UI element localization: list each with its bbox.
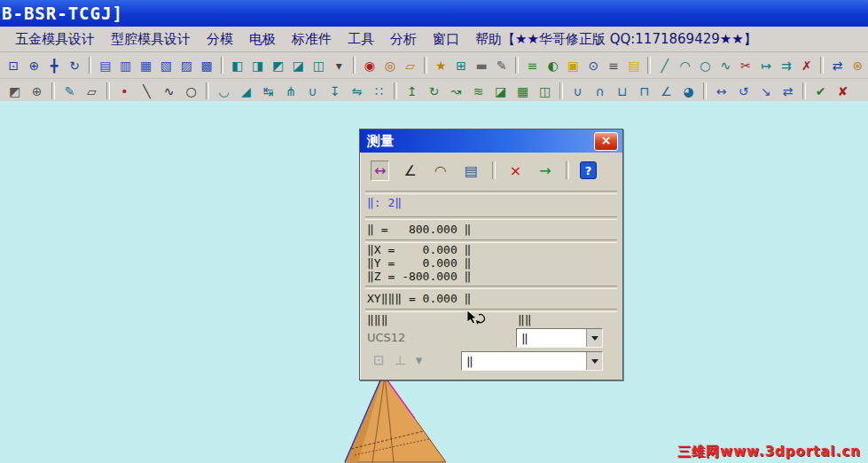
result-combo[interactable]: ‖ <box>461 351 603 371</box>
display-mode-arrow-icon[interactable]: ▾ <box>329 55 349 76</box>
measure-icon[interactable]: ✎ <box>492 55 512 76</box>
snap-star-icon[interactable]: ★ <box>431 55 451 76</box>
hidden-line-display-icon[interactable]: ◩ <box>268 55 288 76</box>
extrude-icon[interactable]: ↥ <box>401 81 423 102</box>
csys-display-icon[interactable]: ⊥ <box>394 351 407 369</box>
measure-angle-icon[interactable]: ∠ <box>400 161 419 181</box>
window-cascade-icon[interactable]: ▤ <box>95 55 115 76</box>
export-result-icon[interactable]: → <box>536 161 554 181</box>
point-tool-icon[interactable]: • <box>113 81 136 102</box>
dialog-titlebar[interactable]: 测量 × <box>360 129 622 153</box>
view-layout-icon[interactable]: ▩ <box>197 55 217 76</box>
measure-list-icon[interactable]: ▤ <box>461 161 481 181</box>
menu-cavity-mold[interactable]: 型腔模具设计 <box>103 28 199 51</box>
window-tile-icon[interactable]: ▥ <box>115 55 136 76</box>
scissors-trim-icon[interactable]: ✂ <box>736 55 756 76</box>
divide-curve-icon[interactable]: ⋔ <box>279 81 301 102</box>
arc-icon[interactable]: ◠ <box>675 55 695 76</box>
chamfer-icon[interactable]: ◢ <box>235 81 257 102</box>
object-info-icon[interactable]: ⊙ <box>583 55 604 76</box>
help-icon[interactable]: ? <box>580 161 598 179</box>
point-on-curve-icon[interactable]: ◎ <box>379 55 400 76</box>
thicken-icon[interactable]: ⊓ <box>633 81 655 102</box>
unite-icon[interactable]: ∪ <box>567 81 589 102</box>
circle-tool-icon[interactable]: ○ <box>180 81 202 102</box>
zoom-fit-icon[interactable]: ⊡ <box>4 55 24 76</box>
pattern-curve-icon[interactable]: ∷ <box>368 81 390 102</box>
circle-icon[interactable]: ○ <box>695 55 716 76</box>
fillet-icon[interactable]: ◡ <box>213 81 235 102</box>
more-options-arrow-icon[interactable]: ▾ <box>415 351 424 369</box>
zoom-icon[interactable]: ⊕ <box>24 55 44 76</box>
studio-display-icon[interactable]: ◪ <box>288 55 309 76</box>
extend-icon[interactable]: ↦ <box>756 55 777 76</box>
point-icon[interactable]: ◉ <box>359 55 379 76</box>
menu-parting[interactable]: 分模 <box>199 28 241 51</box>
revolve-icon[interactable]: ↻ <box>423 81 445 102</box>
ucs-combo-arrow-icon[interactable] <box>586 329 602 347</box>
show-hide-icon[interactable]: ◐ <box>543 55 563 76</box>
loft-icon[interactable]: ≋ <box>467 81 489 102</box>
palette-icon[interactable]: ▤ <box>624 55 645 76</box>
ucs-combo[interactable]: ‖ <box>516 328 603 348</box>
3d-model[interactable] <box>337 373 457 463</box>
verify-icon[interactable]: ✔ <box>809 81 832 102</box>
menu-window[interactable]: 窗口 <box>425 28 467 51</box>
move-icon[interactable]: ↔ <box>710 81 732 102</box>
edge-blend-icon[interactable]: ◕ <box>677 81 700 102</box>
layer-list-icon[interactable]: ≡ <box>522 55 543 76</box>
subtract-icon[interactable]: ∩ <box>589 81 611 102</box>
sweep-icon[interactable]: ↝ <box>445 81 467 102</box>
close-button[interactable]: × <box>594 132 618 151</box>
rotate-object-icon[interactable]: ↺ <box>732 81 755 102</box>
datum-plane-icon[interactable]: ▱ <box>400 55 420 76</box>
object-color-icon[interactable]: ▣ <box>563 55 583 76</box>
draft-icon[interactable]: ∠ <box>655 81 677 102</box>
transform-icon[interactable]: ⇄ <box>777 81 799 102</box>
move-object-icon[interactable]: ⇄ <box>827 55 848 76</box>
mesh-surface-icon[interactable]: ▦ <box>512 81 534 102</box>
show-point-icon[interactable]: ⊡ <box>372 351 386 369</box>
layer-settings-icon[interactable]: ▨ <box>176 55 197 76</box>
join-curve-icon[interactable]: ∪ <box>301 81 324 102</box>
shaded-display-icon[interactable]: ◧ <box>227 55 247 76</box>
surface-icon[interactable]: ◪ <box>489 81 512 102</box>
facet-display-icon[interactable]: ◫ <box>309 55 329 76</box>
new-window-icon[interactable]: ▦ <box>136 55 156 76</box>
curve-tool-icon[interactable]: ∿ <box>158 81 180 102</box>
menu-electrode[interactable]: 电极 <box>241 28 284 51</box>
project-curve-icon[interactable]: ↧ <box>324 81 346 102</box>
measure-radius-icon[interactable]: ◠ <box>431 161 450 181</box>
menu-analysis[interactable]: 分析 <box>382 28 425 51</box>
result-combo-arrow-icon[interactable] <box>586 352 602 370</box>
trim-curve-icon[interactable]: ↹ <box>257 81 279 102</box>
grid-icon[interactable]: ⊞ <box>451 55 472 76</box>
line-tool-icon[interactable]: ╲ <box>136 81 158 102</box>
pan-icon[interactable]: ╋ <box>44 55 65 76</box>
ruler-icon[interactable]: ▬ <box>472 55 492 76</box>
clear-selection-icon[interactable]: × <box>506 161 525 181</box>
scale-icon[interactable]: ↘ <box>755 81 777 102</box>
polygon-icon[interactable]: ▱ <box>81 81 103 102</box>
mirror-curve-icon[interactable]: ⇋ <box>346 81 368 102</box>
delete-icon[interactable]: ✗ <box>796 55 817 76</box>
spline-icon[interactable]: ∿ <box>716 55 736 76</box>
error-check-icon[interactable]: ✘ <box>832 81 854 102</box>
measure-distance-icon[interactable]: ↔ <box>371 161 389 181</box>
menu-help[interactable]: 帮助【★★华哥修正版 QQ:1171869429★★】 <box>467 28 765 51</box>
menu-standard-parts[interactable]: 标准件 <box>284 28 340 51</box>
shell-icon[interactable]: ⊔ <box>611 81 633 102</box>
snap-settings-icon[interactable]: ⊛ <box>848 55 868 76</box>
list-window-icon[interactable]: ≡ <box>604 55 624 76</box>
selection-mode-icon[interactable]: ◩ <box>4 81 26 102</box>
line-icon[interactable]: ╱ <box>654 55 675 76</box>
snap-toggle-icon[interactable]: ⊕ <box>26 81 48 102</box>
viewport[interactable]: 测量 × ↔∠◠▤×→? ‖: 2‖ ‖ = 800.000 ‖ ‖X = 0.… <box>0 101 868 463</box>
sketch-icon[interactable]: ✎ <box>59 81 81 102</box>
wireframe-display-icon[interactable]: ◨ <box>247 55 268 76</box>
split-window-icon[interactable]: ▧ <box>156 55 176 76</box>
menu-tools[interactable]: 工具 <box>340 28 382 51</box>
patch-surface-icon[interactable]: ◫ <box>534 81 556 102</box>
menu-hardware-mold[interactable]: 五金模具设计 <box>7 28 103 51</box>
rotate-view-icon[interactable]: ↻ <box>65 55 85 76</box>
